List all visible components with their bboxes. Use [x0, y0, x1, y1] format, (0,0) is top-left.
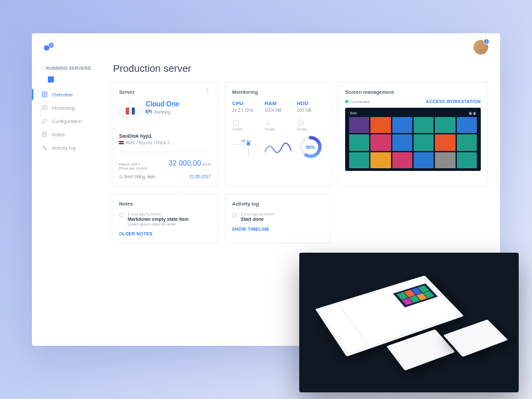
jumps-icon	[232, 118, 240, 126]
server-host: SanDisk hyp1	[119, 133, 211, 139]
note-body: Lorem ipsum dolor sit amet	[128, 222, 189, 226]
ram-label: RAM	[265, 100, 292, 106]
price-value: 32 000,00	[168, 159, 201, 167]
next-billing-label: Next billing date	[124, 174, 155, 179]
ram-metric: Usage	[265, 127, 292, 131]
nav-label: Notes	[52, 132, 65, 138]
start-tile[interactable]	[457, 117, 477, 133]
server-status: Running	[154, 110, 170, 114]
user-icon: ▣ ⏻	[469, 111, 476, 115]
activity-meta: 1 hour ago by Admin	[241, 212, 274, 216]
note-meta: 1 hour ago by Admin	[128, 212, 189, 216]
activity-radio-icon[interactable]	[232, 213, 237, 217]
show-timeline-link[interactable]: SHOW TIMELINE	[232, 227, 324, 231]
start-tile[interactable]	[435, 117, 455, 133]
start-tile[interactable]	[370, 134, 390, 150]
svg-rect-4	[42, 106, 47, 109]
workstation-screenshot[interactable]: Start▣ ⏻	[345, 108, 481, 171]
start-tile[interactable]	[414, 134, 434, 150]
card-menu-icon[interactable]: ⋮	[204, 89, 211, 93]
nav-label: Overview	[52, 92, 72, 98]
cpu-value: 2x 2,1 GHz	[232, 108, 259, 112]
note-title: Markdown empty state item	[128, 217, 189, 221]
nav-notes[interactable]: Notes	[32, 128, 105, 141]
activity-icon	[41, 144, 48, 151]
perspective-preview-image	[299, 253, 519, 392]
server-cube-icon	[116, 100, 144, 122]
connected-dot-icon	[345, 100, 348, 103]
start-tile[interactable]	[349, 152, 369, 168]
price-currency: EUR	[202, 162, 211, 166]
nav-label: Monitoring	[52, 105, 75, 111]
start-label: Start	[350, 111, 357, 115]
app-logo[interactable]	[44, 43, 57, 52]
screen-management-card: Screen management Connected ACCESS WORKS…	[338, 82, 488, 187]
start-tile[interactable]	[392, 117, 412, 133]
start-tile[interactable]	[349, 117, 369, 133]
hdd-metric: Usage	[297, 127, 324, 131]
start-tile[interactable]	[414, 152, 434, 168]
back-label: RUNNING SERVERS	[46, 66, 91, 70]
svg-point-8	[300, 122, 302, 124]
monitoring-card-title: Monitoring	[232, 89, 324, 95]
notes-card-title: Notes	[119, 201, 211, 207]
chevron-left-icon: ‹	[41, 65, 43, 71]
monitoring-card: Monitoring CPU 2x 2,1 GHz Jumps 45 ips	[225, 82, 331, 187]
start-tile[interactable]	[435, 152, 455, 168]
start-tile[interactable]	[414, 117, 434, 133]
server-card: Server⋮ Cloud One Running SanDisk hyp1	[112, 82, 218, 187]
older-notes-link[interactable]: OLDER NOTES	[119, 231, 211, 236]
cpu-jumps-chart: 45 ips	[232, 135, 259, 160]
svg-point-7	[298, 120, 304, 126]
start-tile[interactable]	[370, 152, 390, 168]
notes-card: Notes 1 hour ago by Admin Markdown empty…	[112, 194, 218, 243]
svg-rect-0	[42, 92, 44, 94]
note-radio-icon[interactable]	[119, 213, 124, 217]
ram-value: 1024 MB	[265, 108, 292, 112]
start-tile[interactable]	[392, 152, 412, 168]
nav-label: Activity log	[52, 145, 76, 151]
screen-card-title: Screen management	[345, 89, 481, 95]
nav-activity-log[interactable]: Activity log	[32, 141, 105, 154]
access-workstation-link[interactable]: ACCESS WORKSTATION	[426, 99, 481, 104]
usage-icon	[265, 118, 273, 126]
back-to-servers[interactable]: ‹ RUNNING SERVERS	[32, 64, 105, 75]
page-title: Production server	[113, 63, 488, 74]
activity-title: Start done	[241, 217, 274, 221]
server-name: Cloud One	[146, 100, 180, 108]
server-location: AMS / Room1 / Rack 2	[126, 140, 170, 145]
hdd-label: HDD	[297, 100, 324, 106]
hdd-percent: 58%	[299, 135, 323, 159]
nav-overview[interactable]: Overview	[32, 88, 105, 101]
notification-badge: 3	[483, 39, 489, 45]
sidebar: ‹ RUNNING SERVERS Overview Monitoring Co…	[32, 59, 105, 346]
start-tile[interactable]	[349, 134, 369, 150]
user-avatar[interactable]: 3	[473, 40, 488, 55]
server-color-chip	[48, 76, 54, 82]
configuration-icon	[41, 118, 48, 124]
cpu-metric: Jumps	[232, 127, 259, 131]
nav-monitoring[interactable]: Monitoring	[32, 101, 105, 114]
svg-rect-3	[45, 95, 47, 97]
start-tile[interactable]	[392, 134, 412, 150]
status-bars-icon	[146, 110, 152, 114]
notes-icon	[41, 131, 48, 138]
svg-rect-2	[42, 95, 44, 97]
connected-label: Connected	[350, 100, 370, 104]
overview-icon	[41, 91, 48, 98]
flag-nl-icon	[119, 141, 124, 144]
start-tile[interactable]	[457, 134, 477, 150]
server-card-title: Server	[119, 89, 134, 95]
monitoring-icon	[41, 104, 48, 111]
start-tile[interactable]	[457, 152, 477, 168]
start-tile[interactable]	[435, 134, 455, 150]
start-tile[interactable]	[370, 117, 390, 133]
svg-rect-1	[45, 92, 47, 94]
nav-configuration[interactable]: Configuration	[32, 114, 105, 128]
hdd-donut-chart: 58%	[299, 135, 323, 159]
svg-rect-6	[233, 120, 239, 126]
topbar: 3	[32, 33, 500, 59]
cpu-label: CPU	[232, 100, 259, 106]
activity-log-card: Activity log 1 hour ago by Admin Start d…	[225, 194, 331, 243]
hdd-value: 100 GB	[297, 108, 324, 112]
